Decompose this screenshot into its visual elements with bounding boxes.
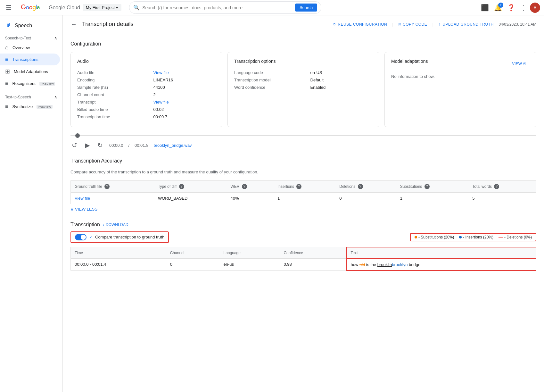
transcript-row: Transcript View file xyxy=(77,98,216,106)
download-button[interactable]: ↓ DOWNLOAD xyxy=(103,222,128,227)
deletions-header: Deletions ? xyxy=(335,180,396,192)
sidebar-item-model-adaptations-label: Model Adaptations xyxy=(14,69,48,74)
download-label: DOWNLOAD xyxy=(106,222,128,227)
model-adaptations-header: Model adaptations VIEW ALL xyxy=(391,59,530,69)
encoding-label: Encoding xyxy=(77,76,153,84)
upload-truth-button[interactable]: ↑ UPLOAD GROUND TRUTH xyxy=(439,22,494,27)
deletions-dash xyxy=(499,237,503,238)
google-cloud-logo: Google Cloud xyxy=(16,4,80,11)
encoding-row: Encoding LINEAR16 xyxy=(77,76,216,84)
settings-button[interactable]: ⋮ xyxy=(518,2,529,13)
word-brooklyn: brooklyn xyxy=(392,262,408,267)
tts-section-header[interactable]: Text-to-Speech ∧ xyxy=(0,92,62,101)
current-time: 00:00.0 xyxy=(109,143,123,148)
tts-chevron: ∧ xyxy=(54,95,57,99)
channel-header: Channel xyxy=(166,247,220,259)
back-button[interactable]: ← xyxy=(70,21,77,28)
copy-code-button[interactable]: ⎘ COPY CODE xyxy=(399,22,427,27)
sidebar-item-recognizers[interactable]: ≡ Recognizers PREVIEW xyxy=(0,78,60,89)
main-content: ← Transcription details ↺ REUSE CONFIGUR… xyxy=(63,15,544,279)
compare-label: Compare transcription to ground truth xyxy=(95,235,164,239)
view-less-button[interactable]: ∧ VIEW LESS xyxy=(70,204,536,214)
compare-toggle[interactable] xyxy=(75,234,87,240)
confidence-value: 0.98 xyxy=(280,259,346,271)
insertions-value: 1 xyxy=(274,192,335,204)
project-selector[interactable]: My First Project ▾ xyxy=(83,4,121,11)
accuracy-table-header-row: Ground truth file ? Type of diff ? WER ?… xyxy=(71,180,536,192)
synthesize-icon: ≡ xyxy=(5,103,9,110)
ground-file-link[interactable]: View file xyxy=(75,196,90,201)
channel-count-row: Channel count 2 xyxy=(77,91,216,98)
sub-header: ← Transcription details ↺ REUSE CONFIGUR… xyxy=(63,15,544,33)
audio-file-row: Audio file View file xyxy=(77,69,216,76)
reuse-config-button[interactable]: ↺ REUSE CONFIGURATION xyxy=(333,22,387,27)
transcript-link[interactable]: View file xyxy=(153,100,169,104)
sidebar-item-transcriptions-label: Transcriptions xyxy=(12,57,38,62)
total-words-header: Total words ? xyxy=(468,180,536,192)
language-header: Language xyxy=(220,247,280,259)
sidebar-item-synthesize-label: Synthesize xyxy=(12,104,33,109)
sidebar-item-recognizers-label: Recognizers xyxy=(12,81,36,86)
play-icon: ▶ xyxy=(85,142,90,149)
lines-icon: ≡ xyxy=(5,80,9,87)
speech-logo-icon: 🎙 xyxy=(5,22,12,29)
wer-help-icon[interactable]: ? xyxy=(242,184,247,189)
transcription-title: Transcription xyxy=(70,222,100,228)
configuration-title: Configuration xyxy=(70,41,536,47)
tts-label: Text-to-Speech xyxy=(5,95,31,99)
replay-button[interactable]: ↺ xyxy=(70,140,78,150)
word-confidence-value: Enabled xyxy=(310,84,373,91)
channel-value: 0 xyxy=(166,259,220,271)
top-nav: ☰ Google Cloud My First Project ▾ 🔍 Sear… xyxy=(0,0,544,15)
play-button[interactable]: ▶ xyxy=(84,140,91,150)
copy-icon: ⎘ xyxy=(399,22,401,27)
transcription-model-row: Transcription model Default xyxy=(234,76,373,84)
sidebar-item-overview[interactable]: ⌂ Overview xyxy=(0,42,60,54)
search-button[interactable]: Search xyxy=(295,4,317,12)
compare-checkbox-container: ✓ Compare transcription to ground truth xyxy=(70,231,169,243)
checkmark-icon: ✓ xyxy=(89,235,93,239)
audio-controls: ↺ ▶ ↻ 00:00.0 / 00:01.8 brooklyn_bridge.… xyxy=(70,140,536,150)
audio-config-table: Audio file View file Encoding LINEAR16 S… xyxy=(77,69,216,121)
insertions-dot xyxy=(459,236,462,238)
config-cards: Audio Audio file View file Encoding LINE… xyxy=(70,52,536,127)
insertions-header: Insertions ? xyxy=(274,180,335,192)
audio-progress-bar[interactable] xyxy=(70,135,536,136)
substitutions-dot xyxy=(415,236,417,238)
toggle-slider xyxy=(75,234,87,240)
divider-1: | xyxy=(392,22,393,27)
text-content: how old is the brooklinbrooklyn bridge xyxy=(351,262,421,267)
hamburger-button[interactable]: ☰ xyxy=(4,2,13,13)
menu-icon: ☰ xyxy=(6,4,12,12)
search-input[interactable] xyxy=(142,5,293,10)
transcription-options-title: Transcription options xyxy=(234,59,373,64)
recognizers-preview-badge: PREVIEW xyxy=(39,82,55,86)
forward-button[interactable]: ↻ xyxy=(96,140,104,150)
sidebar-item-transcriptions[interactable]: ≡ Transcriptions xyxy=(0,54,60,65)
substitutions-help-icon[interactable]: ? xyxy=(424,184,430,189)
help-button[interactable]: ❓ xyxy=(505,2,517,13)
sidebar-item-model-adaptations[interactable]: ⊞ Model Adaptations xyxy=(0,65,60,78)
billed-audio-label: Billed audio time xyxy=(77,106,153,113)
back-icon: ← xyxy=(70,21,77,28)
substitutions-header: Substitutions ? xyxy=(396,180,469,192)
terminal-button[interactable]: ⬛ xyxy=(479,2,491,13)
sidebar-item-synthesize[interactable]: ≡ Synthesize PREVIEW xyxy=(0,101,60,113)
audio-file-link[interactable]: View file xyxy=(153,70,169,75)
audio-filename[interactable]: brooklyn_bridge.wav xyxy=(153,143,192,148)
reuse-icon: ↺ xyxy=(333,22,336,27)
ground-file-help-icon[interactable]: ? xyxy=(104,184,110,189)
download-icon: ↓ xyxy=(103,222,104,227)
type-of-diff-help-icon[interactable]: ? xyxy=(179,184,184,189)
deletions-legend: - Deletions (0%) xyxy=(499,235,532,239)
insertions-help-icon[interactable]: ? xyxy=(296,184,301,189)
stt-section-header[interactable]: Speech-to-Text ∧ xyxy=(0,33,62,42)
search-icon: 🔍 xyxy=(133,4,140,11)
view-all-button[interactable]: VIEW ALL xyxy=(512,62,530,66)
user-avatar[interactable]: A xyxy=(530,3,540,13)
deletions-help-icon[interactable]: ? xyxy=(358,184,363,189)
total-words-help-icon[interactable]: ? xyxy=(494,184,499,189)
audio-progress-handle[interactable] xyxy=(75,133,80,138)
language-code-row: Language code en-US xyxy=(234,69,373,76)
wer-header: WER ? xyxy=(227,180,274,192)
